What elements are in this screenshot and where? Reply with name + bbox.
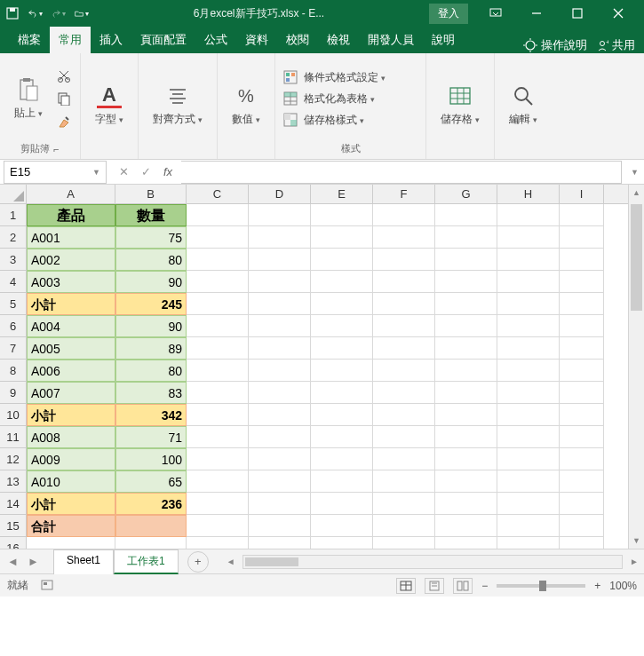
- sheet-tab[interactable]: Sheet1: [53, 549, 114, 574]
- cell[interactable]: [311, 271, 373, 293]
- cell[interactable]: [435, 315, 497, 337]
- maximize-icon[interactable]: [557, 0, 598, 27]
- cell[interactable]: [373, 360, 435, 382]
- cell[interactable]: [311, 360, 373, 382]
- cell[interactable]: 245: [115, 293, 187, 315]
- cell[interactable]: [435, 537, 497, 549]
- row-header[interactable]: 11: [0, 426, 26, 448]
- page-layout-view-icon[interactable]: [425, 578, 444, 594]
- cell[interactable]: [497, 360, 560, 382]
- cell[interactable]: [373, 426, 435, 448]
- row-header[interactable]: 16: [0, 537, 26, 549]
- minimize-icon[interactable]: [516, 0, 557, 27]
- cell[interactable]: [497, 249, 560, 271]
- horizontal-scrollbar[interactable]: [242, 555, 623, 569]
- number-button[interactable]: %數值: [225, 80, 267, 130]
- cell[interactable]: [435, 226, 497, 249]
- cell[interactable]: [560, 271, 604, 293]
- row-header[interactable]: 13: [0, 470, 26, 493]
- share-button[interactable]: +共用: [596, 37, 635, 53]
- cell[interactable]: [435, 204, 497, 226]
- cell[interactable]: [560, 204, 604, 226]
- cell[interactable]: [249, 360, 311, 382]
- cell[interactable]: 83: [115, 382, 187, 404]
- cell[interactable]: [311, 404, 373, 426]
- open-icon[interactable]: [75, 6, 89, 20]
- cell[interactable]: [115, 537, 187, 549]
- paste-button[interactable]: 貼上: [7, 74, 50, 124]
- cell[interactable]: [249, 249, 311, 271]
- cell[interactable]: [497, 226, 560, 249]
- tab-公式[interactable]: 公式: [195, 27, 236, 53]
- cell[interactable]: [311, 493, 373, 515]
- cell[interactable]: [311, 448, 373, 470]
- cell[interactable]: [311, 315, 373, 337]
- cell[interactable]: [560, 337, 604, 360]
- cell[interactable]: 71: [115, 426, 187, 448]
- normal-view-icon[interactable]: [396, 578, 416, 594]
- editing-button[interactable]: 編輯: [502, 80, 545, 130]
- column-header[interactable]: D: [249, 185, 311, 203]
- cell[interactable]: [497, 271, 560, 293]
- cell[interactable]: [497, 315, 560, 337]
- cell[interactable]: A004: [27, 315, 115, 337]
- cell[interactable]: A009: [27, 448, 115, 470]
- cell[interactable]: [373, 537, 435, 549]
- cell[interactable]: [249, 271, 311, 293]
- cell[interactable]: [435, 249, 497, 271]
- cell[interactable]: A010: [27, 470, 115, 493]
- cell[interactable]: [249, 226, 311, 249]
- row-header[interactable]: 3: [0, 249, 26, 271]
- column-headers[interactable]: ABCDEFGHI: [27, 185, 628, 204]
- cell[interactable]: [560, 360, 604, 382]
- cell[interactable]: [249, 204, 311, 226]
- cell[interactable]: [435, 293, 497, 315]
- cells-button[interactable]: 儲存格: [433, 80, 487, 130]
- cell[interactable]: [187, 426, 249, 448]
- cell[interactable]: [187, 537, 249, 549]
- cell[interactable]: [249, 448, 311, 470]
- zoom-level[interactable]: 100%: [609, 580, 637, 592]
- tell-me-icon[interactable]: 操作說明: [523, 37, 587, 53]
- cell[interactable]: [27, 537, 115, 549]
- hscroll-left-icon[interactable]: ◄: [227, 557, 235, 566]
- tab-校閱[interactable]: 校閱: [277, 27, 318, 53]
- select-all-button[interactable]: [0, 185, 27, 204]
- zoom-in-icon[interactable]: +: [594, 580, 600, 592]
- vertical-scrollbar[interactable]: ▲ ▼: [628, 185, 644, 549]
- cell[interactable]: [373, 226, 435, 249]
- cell[interactable]: [311, 337, 373, 360]
- cell[interactable]: [187, 226, 249, 249]
- cell[interactable]: [249, 493, 311, 515]
- font-button[interactable]: A字型: [88, 80, 131, 130]
- cell[interactable]: [497, 493, 560, 515]
- cell[interactable]: [187, 315, 249, 337]
- row-header[interactable]: 4: [0, 271, 26, 293]
- worksheet-grid[interactable]: ABCDEFGHI 12345678910111213141516 產品數量A0…: [0, 185, 644, 549]
- cell[interactable]: A006: [27, 360, 115, 382]
- expand-formula-icon[interactable]: ▼: [625, 168, 644, 177]
- tab-資料[interactable]: 資料: [236, 27, 277, 53]
- hscroll-thumb[interactable]: [245, 557, 298, 566]
- cell[interactable]: [497, 470, 560, 493]
- row-header[interactable]: 10: [0, 404, 26, 426]
- zoom-slider[interactable]: [497, 584, 585, 588]
- cell[interactable]: [311, 293, 373, 315]
- cell[interactable]: [373, 271, 435, 293]
- cell[interactable]: A002: [27, 249, 115, 271]
- cancel-formula-icon[interactable]: ✕: [119, 165, 129, 178]
- cell[interactable]: [187, 448, 249, 470]
- cell[interactable]: [187, 249, 249, 271]
- cell[interactable]: [311, 470, 373, 493]
- cell[interactable]: [311, 382, 373, 404]
- cell[interactable]: [311, 537, 373, 549]
- column-header[interactable]: E: [311, 185, 373, 203]
- cell[interactable]: [311, 426, 373, 448]
- tab-說明[interactable]: 說明: [423, 27, 464, 53]
- cell[interactable]: [497, 204, 560, 226]
- tab-插入[interactable]: 插入: [91, 27, 131, 53]
- cell[interactable]: [435, 404, 497, 426]
- zoom-thumb[interactable]: [539, 581, 546, 591]
- cell[interactable]: [435, 382, 497, 404]
- cell[interactable]: [249, 470, 311, 493]
